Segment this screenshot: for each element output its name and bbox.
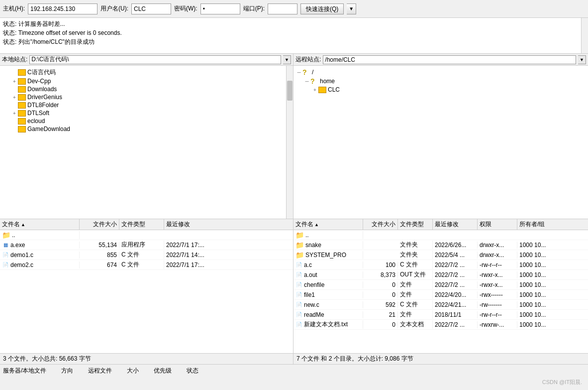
right-tree-area: ─?/─?home+CLC [294, 66, 588, 219]
quickconnect-button[interactable]: 快速连接(Q) [300, 3, 344, 14]
right-col-name[interactable]: 文件名 ▲ [294, 219, 363, 230]
folder-icon [18, 126, 26, 132]
host-input[interactable] [28, 3, 98, 14]
port-label: 端口(P): [243, 4, 265, 13]
right-file-size: 0 [363, 281, 398, 288]
left-path-input[interactable] [29, 55, 281, 64]
status-line-3: 状态: 列出"/home/CLC"的目录成功 [3, 37, 585, 46]
right-col-owner[interactable]: 所有者/组 [517, 219, 588, 230]
left-tree-node[interactable]: +DTLSoft [1, 109, 292, 117]
right-path-label: 远程站点: [295, 55, 321, 64]
left-file-name: 📄demo1.c [0, 252, 80, 259]
status-line-1: 状态: 计算服务器时差... [3, 19, 585, 28]
right-tree-node[interactable]: +CLC [294, 86, 587, 94]
right-file-row[interactable]: 📄新建文本文档.txt0文本文档2022/7/2 ...-rwxrw-...10… [294, 320, 588, 330]
right-file-row[interactable]: 📄a.out8,373OUT 文件2022/7/2 ...-rwxr-x...1… [294, 270, 588, 280]
right-file-type: C 文件 [398, 300, 433, 309]
right-tree: ─?/─?home+CLC [294, 66, 588, 96]
tree-node-label: DTL8Folder [27, 102, 59, 109]
left-path-dropdown[interactable]: ▼ [283, 55, 291, 64]
right-file-row[interactable]: 📄chenfile0文件2022/7/2 ...-rwxr-x...1000 1… [294, 280, 588, 290]
tree-node-label: GameDownload [27, 126, 70, 132]
right-tree-node[interactable]: ─?/ [294, 68, 587, 77]
left-tree-node[interactable]: DTL8Folder [1, 101, 292, 109]
right-file-list: 文件名 ▲ 文件大小 文件类型 最近修改 权限 所有者/组 [294, 219, 588, 353]
right-file-row[interactable]: 📄new.c592C 文件2022/4/21...-rw-------1000 … [294, 300, 588, 310]
right-file-size: 0 [363, 321, 398, 328]
left-file-row[interactable]: 📄demo1.c855C 文件2022/7/1 14:... [0, 250, 293, 260]
left-file-row[interactable]: ▦a.exe55,134应用程序2022/7/1 17:... [0, 240, 293, 250]
right-col-size[interactable]: 文件大小 [363, 219, 398, 230]
status-line-2: 状态: Timezone offset of server is 0 secon… [3, 28, 585, 37]
left-status-bar: 3 个文件。大小总共: 56,663 字节 [0, 353, 293, 364]
left-tree-node[interactable]: GameDownload [1, 125, 292, 133]
right-file-row[interactable]: 📁.. [294, 230, 588, 240]
left-path-label: 本地站点: [2, 55, 27, 64]
exe-icon: ▦ [2, 242, 9, 248]
right-file-size: 8,373 [363, 271, 398, 278]
right-file-name: 📄file1 [294, 291, 363, 298]
transfer-col4: 大小 [127, 367, 139, 375]
right-file-name: 📄readMe [294, 311, 363, 318]
right-file-type: 文件 [398, 290, 433, 299]
left-panel: 本地站点: ▼ C语言代码+Dev-CppDownloads+DriverGen… [0, 54, 294, 364]
quickconnect-arrow-button[interactable]: ▼ [347, 3, 356, 14]
right-file-row[interactable]: 📁snake文件夹2022/6/26...drwxr-x...1000 10..… [294, 240, 588, 250]
right-file-perm: -rw-r--r-- [478, 261, 517, 268]
right-file-row[interactable]: 📄readMe21文件2018/11/1-rw-r--r--1000 10... [294, 310, 588, 320]
left-tree-node[interactable]: ecloud [1, 117, 292, 125]
left-col-type[interactable]: 文件类型 [119, 219, 164, 230]
transfer-col1: 服务器/本地文件 [3, 367, 46, 375]
tree-expander-icon: + [311, 87, 318, 93]
transfer-col3: 远程文件 [88, 367, 112, 375]
left-tree-scrollbar[interactable] [286, 66, 293, 219]
right-path-bar: 远程站点: ▼ [294, 54, 588, 66]
right-col-date[interactable]: 最近修改 [433, 219, 478, 230]
right-path-input[interactable] [323, 55, 576, 64]
user-input[interactable] [131, 3, 171, 14]
right-col-type[interactable]: 文件类型 [398, 219, 433, 230]
tree-node-label: DriverGenius [27, 94, 62, 101]
right-tree-node[interactable]: ─?home [294, 77, 587, 86]
question-icon: ? [310, 77, 318, 85]
out-file-icon: 📄 [295, 272, 302, 278]
right-file-perm: drwxr-x... [478, 252, 517, 259]
file-icon: 📄 [295, 292, 302, 298]
left-file-name: ▦a.exe [0, 242, 80, 249]
tree-node-label: Dev-Cpp [27, 78, 51, 85]
right-file-name: 📄a.c [294, 261, 363, 268]
right-file-size: 592 [363, 301, 398, 308]
left-col-name[interactable]: 文件名 ▲ [0, 219, 80, 230]
right-file-row[interactable]: 📄file10文件2022/4/20...-rwx------1000 10..… [294, 290, 588, 300]
left-file-row[interactable]: 📁.. [0, 230, 293, 240]
left-file-list: 文件名 ▲ 文件大小 文件类型 最近修改 📁..▦a.exe55,134应用程序… [0, 219, 293, 353]
left-file-date: 2022/7/1 14:... [164, 252, 293, 259]
port-input[interactable] [268, 3, 297, 14]
left-file-name: 📁.. [0, 231, 80, 239]
tree-node-label: CLC [328, 86, 340, 93]
left-tree-node[interactable]: C语言代码 [1, 68, 292, 77]
right-path-dropdown[interactable]: ▼ [578, 55, 586, 64]
tree-expander-icon: + [11, 79, 18, 84]
right-file-owner: 1000 10... [517, 281, 588, 288]
left-tree-node[interactable]: Downloads [1, 85, 292, 93]
status-scrollbar[interactable] [581, 18, 588, 53]
left-col-date[interactable]: 最近修改 [164, 219, 293, 230]
right-file-date: 2022/7/2 ... [433, 271, 478, 278]
right-file-row[interactable]: 📁SYSTEM_PRO文件夹2022/5/4 ...drwxr-x...1000… [294, 250, 588, 260]
right-file-name: 📁SYSTEM_PRO [294, 251, 363, 259]
folder-icon [318, 87, 326, 93]
folder-icon [18, 86, 26, 93]
left-tree-node[interactable]: +Dev-Cpp [1, 77, 292, 85]
right-file-name: 📄chenfile [294, 281, 363, 288]
left-col-size[interactable]: 文件大小 [80, 219, 119, 230]
left-file-row[interactable]: 📄demo2.c674C 文件2022/7/1 17:... [0, 260, 293, 270]
left-tree-node[interactable]: +DriverGenius [1, 93, 292, 101]
right-status-bar: 7 个文件 和 2 个目录。大小总计: 9,086 字节 [294, 353, 588, 364]
tree-expander-icon: ─ [303, 79, 310, 84]
host-label: 主机(H): [3, 4, 25, 13]
right-file-row[interactable]: 📄a.c100C 文件2022/7/2 ...-rw-r--r--1000 10… [294, 260, 588, 270]
pass-input[interactable] [200, 3, 240, 14]
right-col-perm[interactable]: 权限 [478, 219, 517, 230]
left-file-name: 📄demo2.c [0, 261, 80, 268]
